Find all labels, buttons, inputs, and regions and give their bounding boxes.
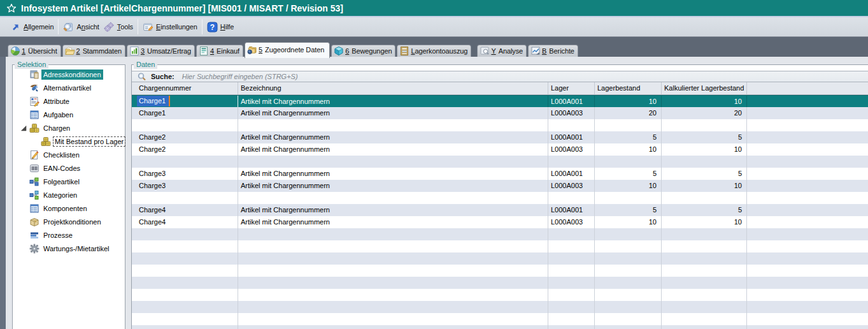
cell-lagerbestand[interactable]: 10 bbox=[595, 216, 662, 228]
cell-bezeichnung[interactable] bbox=[238, 240, 548, 252]
cell-chargennummer[interactable] bbox=[132, 156, 238, 168]
cell-chargennummer[interactable] bbox=[132, 325, 238, 329]
cell-bezeichnung[interactable] bbox=[238, 325, 548, 329]
cell-lagerbestand[interactable] bbox=[595, 228, 662, 240]
cell-chargennummer[interactable]: Charge2 bbox=[132, 131, 238, 143]
table-row[interactable]: Charge2Artikel mit ChargennummernL000A00… bbox=[132, 131, 868, 143]
cell-bezeichnung[interactable] bbox=[238, 119, 548, 131]
cell-kalkulierter-lagerbestand[interactable] bbox=[662, 301, 747, 313]
column-header-bezeichnung[interactable]: Bezeichnung bbox=[238, 82, 548, 94]
table-row[interactable]: Charge1Artikel mit ChargennummernL000A00… bbox=[132, 95, 868, 107]
cell-lager[interactable]: L000A001 bbox=[548, 168, 595, 180]
cell-bezeichnung[interactable]: Artikel mit Chargennummern bbox=[238, 143, 548, 156]
table-row[interactable]: Charge4Artikel mit ChargennummernL000A00… bbox=[132, 216, 868, 228]
cell-lager[interactable] bbox=[548, 313, 595, 325]
cell-chargennummer[interactable]: Charge3 bbox=[132, 180, 238, 192]
tab-zugeordnete-daten[interactable]: 5Zugeordnete Daten bbox=[245, 42, 330, 58]
tree-item-prozesse[interactable]: Prozesse bbox=[13, 228, 125, 242]
cell-kalkulierter-lagerbestand[interactable]: 5 bbox=[662, 168, 747, 180]
cell-kalkulierter-lagerbestand[interactable]: 10 bbox=[662, 143, 747, 156]
tree-item-adresskonditionen[interactable]: Adresskonditionen bbox=[13, 68, 125, 81]
cell-kalkulierter-lagerbestand[interactable]: 5 bbox=[662, 204, 747, 216]
cell-kalkulierter-lagerbestand[interactable] bbox=[662, 289, 747, 301]
cell-kalkulierter-lagerbestand[interactable] bbox=[662, 156, 747, 168]
cell-chargennummer[interactable] bbox=[132, 119, 238, 131]
tab-bewegungen[interactable]: 6Bewegungen bbox=[331, 45, 395, 57]
cell-lagerbestand[interactable]: 5 bbox=[595, 204, 662, 216]
cell-chargennummer[interactable] bbox=[132, 240, 238, 252]
tree-item-aufgaben[interactable]: Aufgaben bbox=[13, 108, 125, 121]
cell-bezeichnung[interactable] bbox=[238, 192, 548, 204]
table-row[interactable] bbox=[132, 252, 868, 265]
tree-item-folgeartikel[interactable]: Folgeartikel bbox=[13, 175, 125, 188]
tab-umsatz-ertrag[interactable]: 3Umsatz/Ertrag bbox=[127, 45, 195, 57]
cell-lagerbestand[interactable] bbox=[595, 252, 662, 265]
cell-bezeichnung[interactable]: Artikel mit Chargennummern bbox=[238, 107, 548, 119]
cell-lager[interactable] bbox=[548, 252, 595, 265]
cell-lager[interactable]: L000A003 bbox=[548, 180, 595, 192]
cell-kalkulierter-lagerbestand[interactable]: 10 bbox=[662, 96, 747, 107]
cell-lagerbestand[interactable] bbox=[595, 265, 662, 277]
cell-kalkulierter-lagerbestand[interactable]: 10 bbox=[662, 216, 747, 228]
cell-kalkulierter-lagerbestand[interactable]: 10 bbox=[662, 180, 747, 192]
tree-item-komponenten[interactable]: Komponenten bbox=[13, 201, 125, 215]
cell-lager[interactable] bbox=[548, 325, 595, 329]
table-row[interactable] bbox=[132, 325, 868, 329]
cell-chargennummer[interactable]: Charge1 bbox=[132, 107, 238, 119]
cell-chargennummer[interactable]: Charge4 bbox=[132, 216, 238, 228]
tree-item-chargen[interactable]: Chargen bbox=[13, 121, 125, 135]
table-row[interactable] bbox=[132, 289, 868, 301]
cell-bezeichnung[interactable]: Artikel mit Chargennummern bbox=[238, 180, 548, 192]
cell-chargennummer[interactable] bbox=[132, 277, 238, 289]
menu-item-hilfe[interactable]: ?Hilfe bbox=[207, 21, 234, 33]
table-row[interactable]: Charge2Artikel mit ChargennummernL000A00… bbox=[132, 143, 868, 156]
column-header-lager[interactable]: Lager bbox=[548, 82, 595, 94]
cell-chargennummer[interactable] bbox=[132, 313, 238, 325]
cell-kalkulierter-lagerbestand[interactable] bbox=[662, 325, 747, 329]
cell-chargennummer[interactable] bbox=[132, 252, 238, 265]
tab-übersicht[interactable]: 1Übersicht bbox=[8, 45, 61, 57]
cell-lagerbestand[interactable] bbox=[595, 289, 662, 301]
table-row[interactable] bbox=[132, 119, 868, 131]
tree-item-projektkonditionen[interactable]: Projektkonditionen bbox=[13, 215, 125, 228]
tree-item-kategorien[interactable]: Kategorien bbox=[13, 188, 125, 201]
table-row[interactable] bbox=[132, 228, 868, 240]
cell-bezeichnung[interactable] bbox=[238, 313, 548, 325]
cell-lager[interactable] bbox=[548, 265, 595, 277]
cell-lager[interactable]: L000A001 bbox=[548, 96, 595, 107]
cell-kalkulierter-lagerbestand[interactable] bbox=[662, 313, 747, 325]
cell-lager[interactable] bbox=[548, 119, 595, 131]
cell-kalkulierter-lagerbestand[interactable] bbox=[662, 252, 747, 265]
cell-lagerbestand[interactable]: 10 bbox=[595, 180, 662, 192]
tree-item-alternativartikel[interactable]: Alternativartikel bbox=[13, 81, 125, 94]
tree-item-checklisten[interactable]: Checklisten bbox=[13, 148, 125, 161]
table-row[interactable] bbox=[132, 240, 868, 252]
cell-kalkulierter-lagerbestand[interactable] bbox=[662, 265, 747, 277]
cell-lagerbestand[interactable]: 5 bbox=[595, 168, 662, 180]
cell-kalkulierter-lagerbestand[interactable] bbox=[662, 240, 747, 252]
cell-lager[interactable]: L000A003 bbox=[548, 216, 595, 228]
tree-item-ean-codes[interactable]: EAN-Codes bbox=[13, 161, 125, 175]
cell-lager[interactable]: L000A003 bbox=[548, 143, 595, 156]
table-row[interactable] bbox=[132, 277, 868, 289]
cell-bezeichnung[interactable] bbox=[238, 289, 548, 301]
tree-expander-icon[interactable] bbox=[20, 125, 27, 131]
cell-chargennummer[interactable]: Charge3 bbox=[132, 168, 238, 180]
cell-lager[interactable]: L000A001 bbox=[548, 204, 595, 216]
cell-chargennummer[interactable]: Charge1 bbox=[132, 96, 238, 107]
cell-chargennummer[interactable] bbox=[132, 265, 238, 277]
cell-bezeichnung[interactable] bbox=[238, 301, 548, 313]
cell-chargennummer[interactable] bbox=[132, 301, 238, 313]
tab-lagerkontoauszug[interactable]: Lagerkontoauszug bbox=[397, 45, 471, 57]
cell-lagerbestand[interactable] bbox=[595, 301, 662, 313]
menu-item-ansicht[interactable]: Ansicht bbox=[63, 21, 99, 33]
cell-bezeichnung[interactable] bbox=[238, 228, 548, 240]
tree-item-attribute[interactable]: Attribute bbox=[13, 94, 125, 108]
cell-kalkulierter-lagerbestand[interactable] bbox=[662, 192, 747, 204]
tab-analyse[interactable]: YAnalyse bbox=[477, 45, 527, 57]
cell-lager[interactable]: L000A001 bbox=[548, 131, 595, 143]
cell-bezeichnung[interactable]: Artikel mit Chargennummern bbox=[238, 216, 548, 228]
search-bar[interactable]: Suche: Hier Suchbegriff eingeben (STRG+S… bbox=[132, 71, 868, 82]
cell-lagerbestand[interactable]: 10 bbox=[595, 96, 662, 107]
cell-bezeichnung[interactable]: Artikel mit Chargennummern bbox=[238, 96, 548, 107]
